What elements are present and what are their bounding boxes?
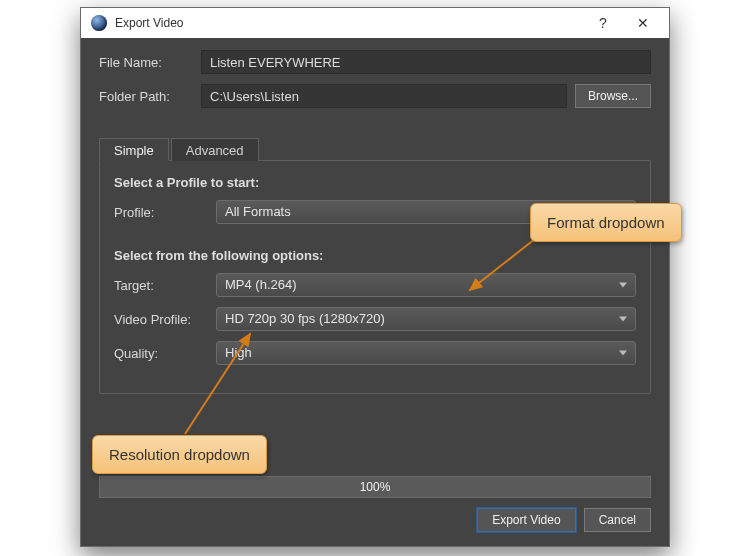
help-button[interactable]: ? [583, 9, 623, 37]
close-button[interactable]: ✕ [623, 9, 663, 37]
options-section-title: Select from the following options: [114, 248, 636, 263]
annotation-format-dropdown: Format dropdown [530, 203, 682, 242]
tab-simple[interactable]: Simple [99, 138, 169, 161]
tab-strip: Simple Advanced [99, 138, 261, 161]
dialog-footer: Export Video Cancel [99, 508, 651, 536]
browse-button[interactable]: Browse... [575, 84, 651, 108]
title-bar: Export Video ? ✕ [81, 8, 669, 38]
progress-row: 100% [99, 476, 651, 498]
app-icon [91, 15, 107, 31]
file-name-input[interactable]: Listen EVERYWHERE [201, 50, 651, 74]
folder-path-input[interactable]: C:\Users\Listen [201, 84, 567, 108]
annotation-resolution-dropdown: Resolution dropdown [92, 435, 267, 474]
target-label: Target: [114, 278, 216, 293]
cancel-button[interactable]: Cancel [584, 508, 651, 532]
target-row: Target: MP4 (h.264) [114, 273, 636, 297]
video-profile-dropdown[interactable]: HD 720p 30 fps (1280x720) [216, 307, 636, 331]
tab-advanced[interactable]: Advanced [171, 138, 259, 161]
target-dropdown[interactable]: MP4 (h.264) [216, 273, 636, 297]
export-video-button[interactable]: Export Video [477, 508, 576, 532]
quality-dropdown[interactable]: High [216, 341, 636, 365]
profile-label: Profile: [114, 205, 216, 220]
video-profile-label: Video Profile: [114, 312, 216, 327]
quality-row: Quality: High [114, 341, 636, 365]
progress-text: 100% [360, 480, 391, 494]
window-title: Export Video [115, 16, 583, 30]
quality-label: Quality: [114, 346, 216, 361]
video-profile-row: Video Profile: HD 720p 30 fps (1280x720) [114, 307, 636, 331]
profile-section-title: Select a Profile to start: [114, 175, 636, 190]
folder-path-row: Folder Path: C:\Users\Listen Browse... [99, 84, 651, 108]
folder-path-label: Folder Path: [99, 89, 201, 104]
file-name-row: File Name: Listen EVERYWHERE [99, 50, 651, 74]
file-name-label: File Name: [99, 55, 201, 70]
progress-bar: 100% [99, 476, 651, 498]
profile-panel: Simple Advanced Select a Profile to star… [99, 160, 651, 394]
